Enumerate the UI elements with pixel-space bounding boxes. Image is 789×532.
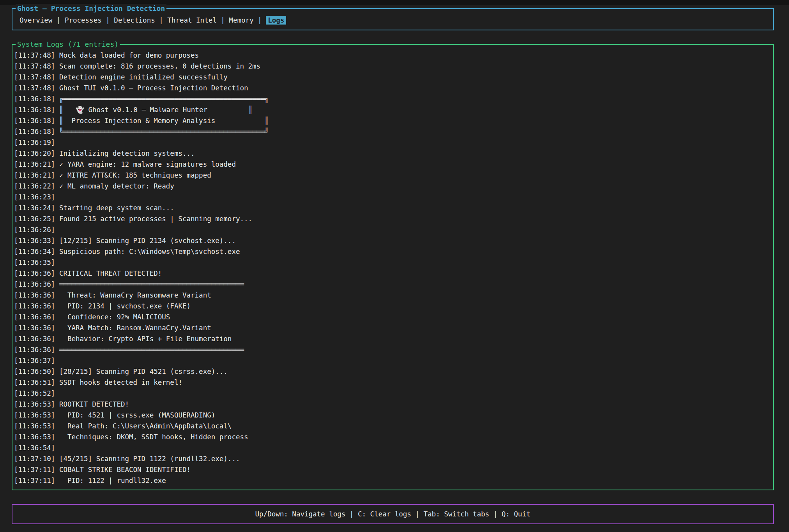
log-line: [11:36:21] ✓ YARA engine: 12 malware sig… (14, 159, 771, 170)
log-timestamp: [11:36:54] (14, 444, 55, 452)
log-line: [11:36:36] CRITICAL THREAT DETECTED! (14, 268, 771, 279)
log-message: Found 215 active processes | Scanning me… (55, 215, 252, 223)
log-message: Techniques: DKOM, SSDT hooks, Hidden pro… (55, 433, 248, 441)
log-message: ╚═══════════════════════════════════════… (55, 128, 269, 136)
log-timestamp: [11:36:22] (14, 182, 55, 190)
log-line: [11:36:36] ═════════════════════════════… (14, 344, 771, 355)
app-title: Ghost — Process Injection Detection (16, 4, 166, 13)
log-line: [11:36:37] (14, 355, 771, 366)
tab-logs[interactable]: Logs (266, 16, 286, 25)
log-message: Behavior: Crypto APIs + File Enumeration (55, 335, 232, 343)
log-timestamp: [11:36:25] (14, 215, 55, 223)
log-line: [11:36:53] PID: 4521 | csrss.exe (MASQUE… (14, 410, 771, 421)
log-message: ✓ MITRE ATT&CK: 185 techniques mapped (55, 171, 211, 179)
log-timestamp: [11:36:33] (14, 237, 55, 245)
tab-bar: Overview | Processes | Detections | Thre… (19, 15, 286, 25)
log-line: [11:36:22] ✓ ML anomaly detector: Ready (14, 181, 771, 192)
log-line: [11:37:11] PID: 1122 | rundll32.exe (14, 475, 771, 486)
log-timestamp: [11:36:36] (14, 291, 55, 299)
log-message: Mock data loaded for demo purposes (55, 51, 199, 59)
log-message: SSDT hooks detected in kernel! (55, 379, 182, 386)
log-message: COBALT STRIKE BEACON IDENTIFIED! (55, 466, 191, 474)
log-line: [11:36:53] Real Path: C:\Users\Admin\App… (14, 421, 771, 432)
log-timestamp: [11:36:53] (14, 400, 55, 408)
log-line: [11:36:52] (14, 388, 771, 399)
log-timestamp: [11:37:10] (14, 455, 55, 463)
log-timestamp: [11:36:36] (14, 324, 55, 332)
log-line: [11:36:33] [12/215] Scanning PID 2134 (s… (14, 235, 771, 246)
log-line: [11:36:19] (14, 137, 771, 148)
log-line: [11:37:48] Ghost TUI v0.1.0 — Process In… (14, 83, 771, 93)
log-message: ✓ YARA engine: 12 malware signatures loa… (55, 160, 236, 168)
log-line: [11:36:36] Threat: WannaCry Ransomware V… (14, 290, 771, 301)
log-timestamp: [11:37:11] (14, 477, 55, 484)
log-timestamp: [11:37:48] (14, 84, 55, 92)
log-timestamp: [11:36:20] (14, 150, 55, 157)
log-message: PID: 4521 | csrss.exe (MASQUERADING) (55, 411, 215, 419)
log-timestamp: [11:37:48] (14, 51, 55, 59)
log-timestamp: [11:36:37] (14, 357, 55, 365)
log-line: [11:36:26] (14, 224, 771, 235)
log-line: [11:36:36] Confidence: 92% MALICIOUS (14, 312, 771, 322)
log-timestamp: [11:36:19] (14, 139, 55, 146)
log-timestamp: [11:36:53] (14, 411, 55, 419)
log-timestamp: [11:37:48] (14, 73, 55, 81)
log-line: [11:37:48] Scan complete: 816 processes,… (14, 61, 771, 72)
log-line: [11:36:21] ✓ MITRE ATT&CK: 185 technique… (14, 170, 771, 181)
log-list[interactable]: [11:37:48] Mock data loaded for demo pur… (14, 50, 771, 488)
log-message: PID: 1122 | rundll32.exe (55, 477, 166, 484)
log-line: [11:36:53] ROOTKIT DETECTED! (14, 399, 771, 410)
log-line: [11:36:34] Suspicious path: C:\Windows\T… (14, 246, 771, 257)
log-message: ║ 👻 Ghost v0.1.0 — Malware Hunter ║ (55, 106, 253, 114)
log-line: [11:37:11] COBALT STRIKE BEACON IDENTIFI… (14, 464, 771, 475)
log-line: [11:36:23] (14, 192, 771, 203)
log-line: [11:37:48] Detection engine initialized … (14, 72, 771, 83)
log-line: [11:36:51] SSDT hooks detected in kernel… (14, 377, 771, 388)
log-timestamp: [11:36:18] (14, 128, 55, 136)
log-message: PID: 2134 | svchost.exe (FAKE) (55, 302, 191, 310)
log-timestamp: [11:36:36] (14, 346, 55, 354)
tab-overview[interactable]: Overview (19, 16, 52, 24)
tab-separator: | (217, 16, 229, 24)
log-timestamp: [11:36:53] (14, 422, 55, 430)
tab-separator: | (102, 16, 114, 24)
log-timestamp: [11:36:18] (14, 117, 55, 125)
log-timestamp: [11:37:48] (14, 62, 55, 70)
log-timestamp: [11:36:35] (14, 259, 55, 266)
log-timestamp: [11:36:36] (14, 270, 55, 277)
log-line: [11:36:36] ═════════════════════════════… (14, 279, 771, 290)
log-line: [11:36:54] (14, 442, 771, 453)
tab-separator: | (52, 16, 65, 24)
tab-threat-intel[interactable]: Threat Intel (167, 16, 216, 24)
log-timestamp: [11:36:34] (14, 248, 55, 255)
tab-detections[interactable]: Detections (114, 16, 155, 24)
tab-processes[interactable]: Processes (65, 16, 102, 24)
log-message: ✓ ML anomaly detector: Ready (55, 182, 174, 190)
log-timestamp: [11:37:11] (14, 466, 55, 474)
tab-separator: | (155, 16, 168, 24)
log-timestamp: [11:36:36] (14, 313, 55, 321)
log-message: [45/215] Scanning PID 1122 (rundll32.exe… (55, 455, 240, 463)
log-message: Starting deep system scan... (55, 204, 174, 212)
tab-separator: | (254, 16, 266, 24)
log-message: Threat: WannaCry Ransomware Variant (55, 291, 211, 299)
log-message: Real Path: C:\Users\Admin\AppData\Local\ (55, 422, 232, 430)
log-message: Initializing detection systems... (55, 150, 195, 157)
log-timestamp: [11:36:18] (14, 95, 55, 103)
log-timestamp: [11:36:36] (14, 302, 55, 310)
log-line: [11:36:25] Found 215 active processes | … (14, 213, 771, 224)
log-message: Suspicious path: C:\Windows\Temp\svchost… (55, 248, 240, 255)
logs-panel-title: System Logs (71 entries) (16, 40, 120, 49)
log-line: [11:36:35] (14, 257, 771, 268)
log-message: ════════════════════════════════════════… (55, 346, 244, 354)
log-message: Scan complete: 816 processes, 0 detectio… (55, 62, 260, 70)
tab-memory[interactable]: Memory (229, 16, 253, 24)
log-message: Confidence: 92% MALICIOUS (55, 313, 170, 321)
log-message: ════════════════════════════════════════… (55, 280, 244, 288)
log-message: Detection engine initialized successfull… (55, 73, 228, 81)
log-line: [11:36:50] [28/215] Scanning PID 4521 (c… (14, 366, 771, 377)
log-line: [11:37:10] [45/215] Scanning PID 1122 (r… (14, 453, 771, 464)
tabs-panel: Ghost — Process Injection Detection Over… (12, 8, 774, 30)
log-line: [11:36:18] ║ Process Injection & Memory … (14, 115, 771, 126)
log-timestamp: [11:36:18] (14, 106, 55, 114)
